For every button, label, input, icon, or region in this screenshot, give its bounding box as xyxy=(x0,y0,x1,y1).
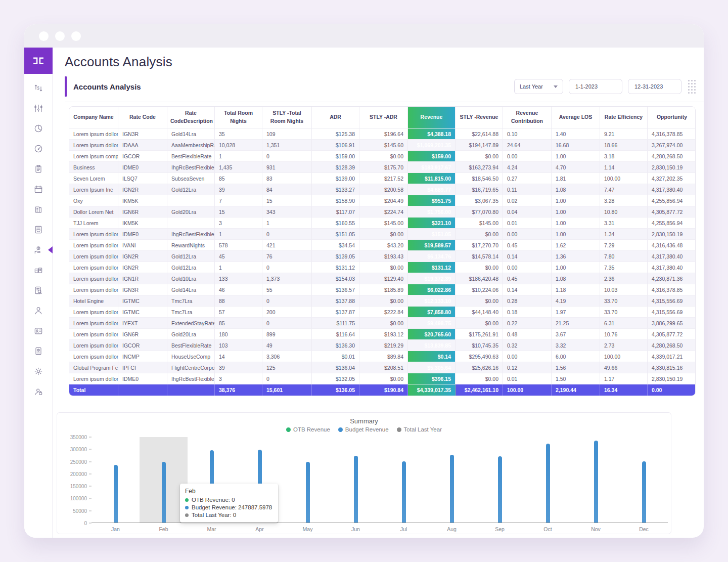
legend-item[interactable]: Budget Revenue xyxy=(338,426,389,433)
tooltip-line-text: Total Last Year: 0 xyxy=(192,512,236,518)
table-row: Lorem ipsum dollorIGN2RGold12Lra4576$139… xyxy=(69,251,696,262)
tooltip-line: Budget Revenue: 247887.5978 xyxy=(185,504,272,510)
chart-slot-aug[interactable] xyxy=(428,437,476,523)
sidebar-item-pie-chart[interactable] xyxy=(24,118,52,139)
table-cell: IGN2R xyxy=(118,251,167,262)
chart-slot-sep[interactable] xyxy=(476,437,524,523)
table-row: Lorem ipsum dollorIDME0IhgRcBestFlexible… xyxy=(69,373,696,384)
table-cell: ExtendedStayRate xyxy=(167,318,215,329)
window-control-dot[interactable] xyxy=(71,31,81,41)
table-cell: $20,765.60 xyxy=(408,329,456,340)
legend-item[interactable]: OTB Revenue xyxy=(286,426,330,433)
table-cell: 1.81 xyxy=(552,173,600,184)
table-cell: INCMP xyxy=(118,351,167,362)
bar-jul[interactable] xyxy=(402,461,406,523)
table-cell: 0.00 xyxy=(503,151,552,162)
sidebar-item-documents[interactable] xyxy=(24,199,52,220)
table-cell: BestFlexibleRate xyxy=(167,340,215,351)
table-cell: $89.84 xyxy=(359,351,408,362)
sidebar-nav: $ xyxy=(24,78,52,402)
table-cell: $295,490.63 xyxy=(456,351,503,362)
bar-jun[interactable] xyxy=(354,456,358,523)
table-cell: 1.56 xyxy=(552,362,600,373)
table-cell: $0.00 xyxy=(359,151,408,162)
table-cell: Hotel Engine xyxy=(69,295,118,307)
y-axis-label: 200000 xyxy=(70,471,92,477)
table-cell: Lorem ipsum dollor xyxy=(69,329,118,340)
bar-dec[interactable] xyxy=(642,461,646,523)
pie-chart-icon xyxy=(33,123,43,134)
table-cell: AaaMembershipRate xyxy=(167,140,215,151)
bar-feb[interactable] xyxy=(162,462,166,523)
table-cell: 15 xyxy=(215,206,262,218)
chart-slot-jun[interactable] xyxy=(332,437,380,523)
table-cell: $0.00 xyxy=(359,373,408,384)
table-cell: 1.34 xyxy=(600,229,648,240)
sidebar-item-info-doc[interactable] xyxy=(24,341,52,361)
table-header-cell: Rate Code xyxy=(118,107,167,128)
range-select[interactable]: Last Year xyxy=(514,79,563,94)
sidebar-item-hand-coin[interactable] xyxy=(24,240,52,260)
bar-sep[interactable] xyxy=(498,456,502,523)
table-cell: 0.00 xyxy=(503,262,552,273)
window-control-dot[interactable] xyxy=(39,31,49,41)
sidebar-item-gear[interactable] xyxy=(24,361,52,381)
x-axis-label: Dec xyxy=(620,526,668,532)
y-axis-label: 0 xyxy=(84,521,92,526)
sidebar-item-gauge[interactable] xyxy=(24,139,52,159)
table-header-cell: Average LOS xyxy=(552,107,600,128)
table-cell: 0.00 xyxy=(503,351,552,362)
total-cell: $136.05 xyxy=(312,384,359,396)
legend-dot xyxy=(286,427,291,432)
tooltip: Feb OTB Revenue: 0Budget Revenue: 247887… xyxy=(180,484,278,523)
sidebar-item-id-card[interactable] xyxy=(24,321,52,341)
chart-slot-jan[interactable] xyxy=(92,437,140,523)
table-cell: Lorem ipsum dollor xyxy=(69,140,118,151)
drag-handle-icon[interactable] xyxy=(688,80,696,94)
sidebar-item-clipboard[interactable] xyxy=(24,159,52,179)
table-cell: 10.03 xyxy=(600,284,648,295)
total-cell xyxy=(118,384,167,396)
table-cell: $185.89 xyxy=(359,284,408,295)
main-content: Accounts Analysis Accounts Analysis Last… xyxy=(53,48,704,538)
table-cell: 1 xyxy=(262,218,312,229)
legend-item[interactable]: Total Last Year xyxy=(397,426,442,433)
table-cell: Lorem ipsum dollor xyxy=(69,262,118,273)
table-cell: 0.45 xyxy=(503,240,552,251)
bar-may[interactable] xyxy=(306,462,310,523)
end-date-input[interactable] xyxy=(633,83,676,90)
sidebar-item-calendar[interactable] xyxy=(24,179,52,199)
table-cell: Lorem ipsum dollor xyxy=(69,318,118,329)
table-cell: 3 xyxy=(215,373,262,384)
sidebar-item-cash-stack[interactable] xyxy=(24,260,52,280)
app-logo-icon xyxy=(31,54,46,68)
sidebar-item-sliders[interactable] xyxy=(24,98,52,118)
bar-jan[interactable] xyxy=(114,465,118,523)
table-cell: HouseUseComp xyxy=(167,351,215,362)
window-control-dot[interactable] xyxy=(55,31,65,41)
sidebar-item-report-search[interactable] xyxy=(24,280,52,300)
table-cell: 1 xyxy=(215,262,262,273)
table-cell: $200.58 xyxy=(359,184,408,195)
start-date-input[interactable] xyxy=(574,83,617,90)
bar-aug[interactable] xyxy=(450,455,454,523)
table-cell: 33.70 xyxy=(600,307,648,318)
chart-slot-may[interactable] xyxy=(284,437,332,523)
app-logo[interactable] xyxy=(24,48,53,74)
chart-slot-nov[interactable] xyxy=(572,437,620,523)
sidebar-item-price-arrows[interactable]: $ xyxy=(24,78,52,98)
chart-slot-dec[interactable] xyxy=(620,437,668,523)
table-cell: Gold10Lra xyxy=(167,273,215,284)
table-cell: IGN6R xyxy=(118,329,167,340)
sidebar-item-inbox-doc[interactable] xyxy=(24,220,52,240)
sidebar-item-user[interactable] xyxy=(24,300,52,321)
chart-slot-jul[interactable] xyxy=(380,437,428,523)
sidebar-item-user-lock[interactable] xyxy=(24,381,52,402)
table-cell: Gold12Lra xyxy=(167,251,215,262)
bar-oct[interactable] xyxy=(546,444,550,523)
bar-nov[interactable] xyxy=(594,441,598,523)
tooltip-series-dot xyxy=(185,513,189,517)
table-cell: $0.00 xyxy=(359,229,408,240)
table-cell: $14,578.14 xyxy=(456,251,503,262)
chart-slot-oct[interactable] xyxy=(524,437,572,523)
